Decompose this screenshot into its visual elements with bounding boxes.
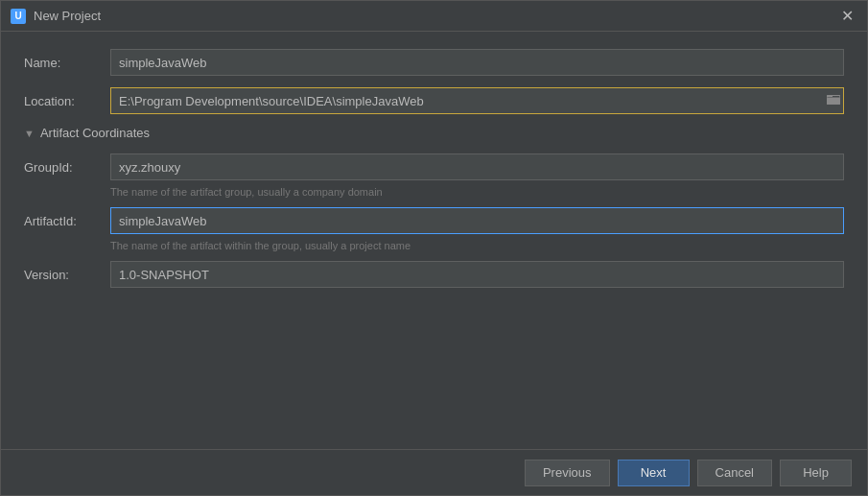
artifactid-hint: The name of the artifact within the grou…: [110, 240, 844, 251]
version-input[interactable]: [110, 261, 844, 288]
groupid-row: GroupId:: [24, 154, 844, 180]
version-label: Version:: [24, 268, 110, 282]
app-icon: U: [11, 9, 26, 24]
name-input[interactable]: [110, 49, 844, 76]
groupid-label: GroupId:: [24, 160, 110, 175]
version-row: Version:: [24, 261, 844, 288]
svg-rect-2: [827, 98, 840, 105]
dialog-content: Name: Location: ▼ Artifact Coordinates: [1, 32, 867, 449]
groupid-input[interactable]: [110, 154, 844, 180]
artifactid-label: ArtifactId:: [24, 214, 110, 228]
next-button[interactable]: Next: [618, 460, 690, 486]
artifactid-row: ArtifactId:: [24, 207, 844, 234]
browse-folder-button[interactable]: [827, 93, 840, 109]
close-button[interactable]: ✕: [837, 7, 857, 26]
artifact-coordinates-section: ▼ Artifact Coordinates: [24, 126, 844, 140]
name-label: Name:: [24, 56, 110, 70]
help-button[interactable]: Help: [780, 460, 852, 486]
name-row: Name:: [24, 49, 844, 76]
cancel-button[interactable]: Cancel: [697, 460, 772, 486]
title-bar-left: U New Project: [11, 9, 101, 24]
location-input[interactable]: [110, 87, 844, 114]
section-title: Artifact Coordinates: [40, 126, 150, 140]
title-bar: U New Project ✕: [1, 1, 867, 32]
dialog-title: New Project: [34, 9, 101, 23]
previous-button[interactable]: Previous: [525, 460, 610, 486]
dialog-footer: Previous Next Cancel Help: [1, 449, 867, 495]
section-toggle-icon[interactable]: ▼: [24, 128, 35, 139]
new-project-dialog: U New Project ✕ Name: Location:: [0, 0, 868, 496]
groupid-hint: The name of the artifact group, usually …: [110, 186, 844, 198]
location-label: Location:: [24, 94, 110, 108]
location-input-wrapper: [110, 87, 844, 114]
artifactid-input[interactable]: [110, 207, 844, 234]
location-row: Location:: [24, 87, 844, 114]
